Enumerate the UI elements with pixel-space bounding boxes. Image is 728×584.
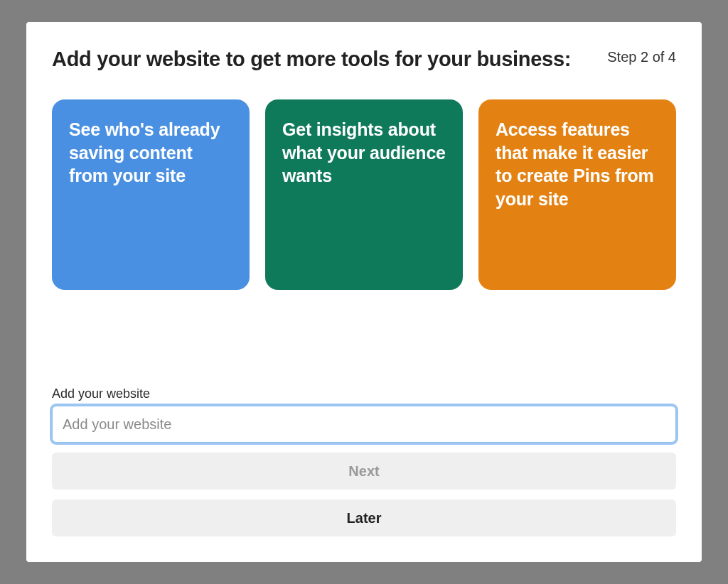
onboarding-modal: Add your website to get more tools for y… <box>26 22 702 562</box>
later-button[interactable]: Later <box>52 499 676 536</box>
website-input-label: Add your website <box>52 386 676 401</box>
step-indicator: Step 2 of 4 <box>607 49 676 65</box>
benefit-card-insights: Get insights about what your audience wa… <box>265 99 463 290</box>
website-form: Add your website Next Later <box>52 386 676 536</box>
next-button[interactable]: Next <box>52 453 676 490</box>
benefit-card-features: Access features that make it easier to c… <box>478 99 676 290</box>
page-title: Add your website to get more tools for y… <box>52 48 571 71</box>
benefit-card-audience: See who's already saving content from yo… <box>52 99 250 290</box>
website-input[interactable] <box>52 406 676 443</box>
benefit-cards: See who's already saving content from yo… <box>52 99 676 290</box>
modal-header: Add your website to get more tools for y… <box>52 48 676 71</box>
